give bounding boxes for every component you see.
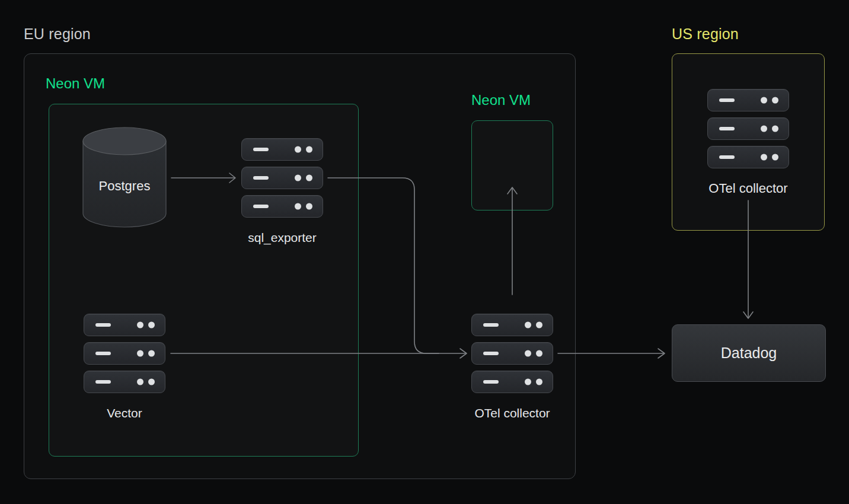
server-led xyxy=(148,322,155,328)
server-led xyxy=(536,350,542,357)
datadog-node: Datadog xyxy=(672,324,826,382)
server-icon xyxy=(707,146,789,168)
server-dash xyxy=(253,176,269,180)
server-led xyxy=(772,126,778,132)
server-led xyxy=(525,350,531,357)
server-led xyxy=(761,97,767,104)
arrowhead-right-icon xyxy=(658,349,665,358)
database-cylinder-icon xyxy=(82,126,167,228)
server-icon xyxy=(707,117,789,140)
server-dash xyxy=(95,380,111,384)
server-icon xyxy=(241,195,323,218)
neon-vm-2-label: Neon VM xyxy=(471,92,531,109)
server-icon xyxy=(84,371,165,393)
server-led xyxy=(295,146,301,153)
postgres-label: Postgres xyxy=(82,178,167,194)
server-led xyxy=(306,203,312,210)
otel-collector-us-label: OTel collector xyxy=(707,181,789,196)
server-led xyxy=(525,379,531,385)
architecture-diagram: EU region US region Neon VM Neon VM Post… xyxy=(0,0,849,504)
server-led xyxy=(536,379,542,385)
vector-label: Vector xyxy=(84,406,165,420)
server-led xyxy=(536,322,542,328)
server-led xyxy=(148,350,155,357)
neon-vm-2-box xyxy=(471,120,553,210)
server-dash xyxy=(719,98,735,102)
eu-region-title: EU region xyxy=(24,25,91,43)
server-dash xyxy=(253,205,269,208)
server-led xyxy=(525,322,531,328)
otel-collector-eu-stack xyxy=(471,314,553,393)
server-led xyxy=(148,379,155,385)
sql-exporter-label: sql_exporter xyxy=(241,231,323,245)
neon-vm-1-label: Neon VM xyxy=(46,75,105,92)
server-dash xyxy=(483,380,499,384)
server-led xyxy=(761,126,767,132)
server-icon xyxy=(471,314,553,336)
server-dash xyxy=(719,127,735,130)
server-led xyxy=(295,203,301,210)
server-led xyxy=(761,154,767,161)
server-icon xyxy=(471,342,553,365)
vector-stack xyxy=(84,314,165,393)
server-icon xyxy=(471,371,553,393)
server-led xyxy=(137,350,143,357)
server-led xyxy=(772,97,778,104)
server-dash xyxy=(719,155,735,159)
postgres-database: Postgres xyxy=(82,126,167,228)
server-dash xyxy=(483,323,499,327)
server-dash xyxy=(95,323,111,327)
arrowhead-down-icon xyxy=(743,312,753,318)
server-led xyxy=(137,322,143,328)
server-led xyxy=(137,379,143,385)
us-region-title: US region xyxy=(672,25,739,43)
server-icon xyxy=(241,138,323,161)
server-led xyxy=(306,146,312,153)
server-led xyxy=(295,175,301,181)
server-icon xyxy=(84,314,165,336)
otel-collector-eu-label: OTel collector xyxy=(471,406,553,420)
sql-exporter-stack xyxy=(241,138,323,218)
server-icon xyxy=(707,89,789,111)
datadog-label: Datadog xyxy=(721,344,777,362)
server-dash xyxy=(95,352,111,355)
otel-collector-us-stack xyxy=(707,89,789,168)
server-led xyxy=(772,154,778,161)
server-led xyxy=(306,175,312,181)
server-icon xyxy=(241,167,323,189)
server-dash xyxy=(483,352,499,355)
server-icon xyxy=(84,342,165,365)
server-dash xyxy=(253,148,269,151)
